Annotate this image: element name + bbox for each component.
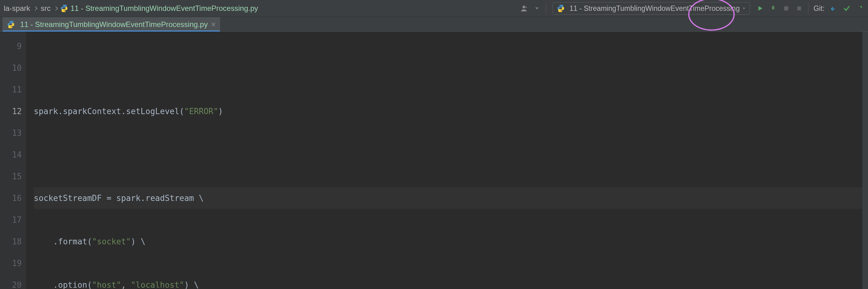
debug-button[interactable] [767, 2, 779, 14]
line-number[interactable]: 11 [0, 79, 22, 100]
chevron-right-icon [54, 6, 58, 10]
line-number[interactable]: 14 [0, 144, 22, 166]
python-file-icon [556, 4, 565, 13]
code-line [34, 57, 862, 79]
toolbar: la-spark src 11 - StreamingTumblingWindo… [0, 0, 868, 17]
chevron-down-icon [742, 6, 746, 10]
line-number[interactable]: 18 [0, 231, 22, 252]
editor-tab-label: 11 - StreamingTumblingWindowEventTimePro… [20, 20, 208, 29]
breadcrumbs: la-spark src 11 - StreamingTumblingWindo… [2, 4, 518, 13]
python-file-icon [6, 20, 15, 29]
line-number[interactable]: 19 [0, 252, 22, 274]
toolbar-actions: 11 - StreamingTumblingWindowEventTimePro… [518, 2, 866, 15]
code-line: .option("host", "localhost") \ [34, 274, 862, 289]
code-line: socketStreamDF = spark.readStream \ [34, 187, 862, 209]
line-number[interactable]: 20 [0, 274, 22, 289]
line-number[interactable]: 9 [0, 35, 22, 57]
breadcrumb-file[interactable]: 11 - StreamingTumblingWindowEventTimePro… [60, 4, 258, 13]
editor-tabs: 11 - StreamingTumblingWindowEventTimePro… [0, 17, 868, 32]
breadcrumb-file-label: 11 - StreamingTumblingWindowEventTimePro… [70, 4, 258, 13]
git-commit-button[interactable] [841, 2, 852, 14]
breadcrumb-project[interactable]: la-spark [2, 4, 31, 13]
git-push-button[interactable] [854, 2, 866, 14]
python-file-icon [60, 4, 68, 13]
line-number[interactable]: 17 [0, 209, 22, 231]
code-line [34, 144, 862, 166]
stop-button[interactable] [793, 2, 805, 14]
svg-rect-0 [797, 6, 801, 10]
code-line: spark.sparkContext.setLogLevel("ERROR") [34, 100, 862, 122]
close-icon[interactable]: ✕ [211, 21, 216, 28]
run-config-selector[interactable]: 11 - StreamingTumblingWindowEventTimePro… [552, 2, 750, 15]
git-label: Git: [813, 4, 825, 13]
code-editor[interactable]: spark.sparkContext.setLogLevel("ERROR") … [26, 32, 862, 289]
code-line: .format("socket") \ [34, 231, 862, 252]
run-config-label: 11 - StreamingTumblingWindowEventTimePro… [569, 4, 740, 13]
line-number[interactable]: 12 [0, 100, 22, 122]
gutter: 9 10 11 12 13 14 15 16 17 18 19 20 [0, 32, 26, 289]
git-update-button[interactable] [828, 2, 839, 14]
editor-area: 9 10 11 12 13 14 15 16 17 18 19 20 spark… [0, 32, 868, 289]
line-number[interactable]: 15 [0, 166, 22, 187]
scrollbar[interactable] [862, 32, 868, 289]
chevron-right-icon [33, 6, 37, 10]
breadcrumb-folder[interactable]: src [39, 4, 52, 13]
add-user-icon[interactable] [518, 2, 530, 14]
divider [808, 3, 808, 14]
chevron-down-icon[interactable] [531, 2, 543, 14]
editor-tab[interactable]: 11 - StreamingTumblingWindowEventTimePro… [2, 17, 220, 31]
line-number[interactable]: 16 [0, 187, 22, 209]
run-button[interactable] [754, 2, 766, 14]
coverage-button[interactable] [780, 2, 792, 14]
line-number[interactable]: 13 [0, 122, 22, 144]
line-number[interactable]: 10 [0, 57, 22, 79]
divider [546, 3, 546, 14]
